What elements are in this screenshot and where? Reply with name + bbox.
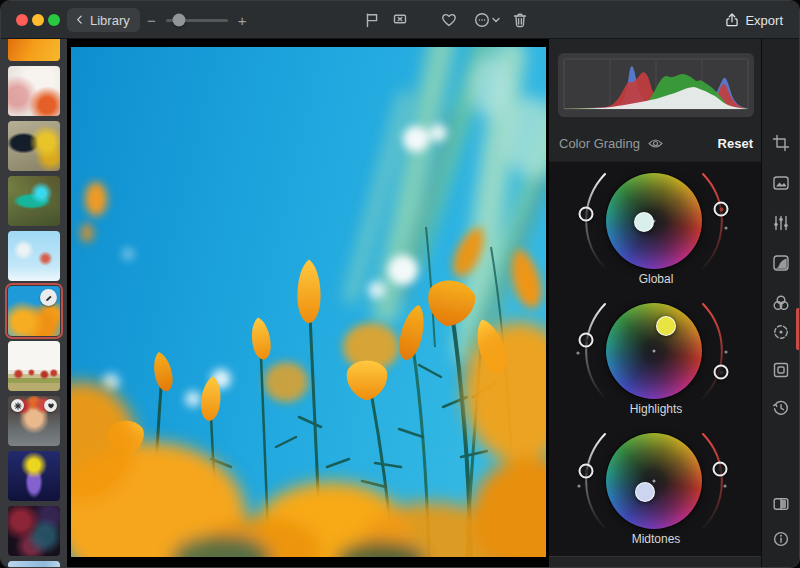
photo-view[interactable]	[71, 47, 546, 557]
midtones-wheel-handle[interactable]	[635, 482, 655, 502]
thumbnail-dark-flowers[interactable]	[8, 506, 60, 556]
thumbnail-poppy-meadow[interactable]	[8, 341, 60, 391]
highlights-right-arc-handle[interactable]	[714, 365, 729, 380]
thumbnail-hummingbird-yellow-flower[interactable]	[8, 121, 60, 171]
info-icon	[772, 530, 790, 548]
vignette-tool-button[interactable]	[768, 357, 794, 383]
thumbnail-green-hummingbird[interactable]	[8, 176, 60, 226]
favorite-button[interactable]	[440, 11, 458, 29]
global-wheel-handle[interactable]	[634, 212, 654, 232]
square-in-square-icon	[772, 361, 790, 379]
minimize-window-button[interactable]	[32, 14, 44, 26]
title-bar: Library − + Export	[1, 1, 799, 39]
thumbnail-list	[8, 39, 60, 567]
thumbnail-orange-abstract[interactable]	[8, 39, 60, 61]
delete-button[interactable]	[511, 11, 529, 29]
color-grading-header: Color Grading Reset	[549, 131, 763, 155]
overlapping-circles-icon	[772, 294, 790, 312]
edited-badge	[40, 289, 57, 306]
share-icon	[724, 12, 740, 28]
reject-flag-button[interactable]	[391, 11, 409, 29]
crop-tool-button[interactable]	[768, 130, 794, 156]
global-right-arc-handle[interactable]	[714, 202, 729, 217]
chevron-down-icon	[491, 15, 501, 25]
trash-icon	[511, 11, 529, 29]
eye-icon	[648, 138, 663, 149]
heart-small-icon	[47, 402, 55, 410]
export-label: Export	[745, 13, 783, 28]
back-button-label: Library	[90, 13, 130, 28]
zoom-in-button[interactable]: +	[238, 12, 247, 29]
flag-icon	[363, 11, 381, 29]
zoom-slider-knob[interactable]	[173, 14, 186, 27]
thumbnail-boy-flower-crown[interactable]	[8, 396, 60, 446]
midtones-left-arc-handle[interactable]	[579, 464, 594, 479]
color-mix-tool-button[interactable]	[768, 290, 794, 316]
wheel-center-dot	[653, 350, 656, 353]
curves-tool-button[interactable]	[768, 250, 794, 276]
thumbnail-architecture-partial[interactable]	[8, 561, 60, 567]
curves-icon	[772, 254, 790, 272]
history-clock-icon	[772, 399, 790, 417]
visibility-toggle[interactable]	[648, 138, 663, 149]
photo-tool-button[interactable]	[768, 170, 794, 196]
thumbnail-petals-droplet[interactable]	[8, 66, 60, 116]
flag-button[interactable]	[363, 11, 381, 29]
expand-window-button[interactable]	[48, 14, 60, 26]
color-grading-title: Color Grading	[559, 136, 640, 151]
wheel-label: Highlights	[549, 402, 763, 416]
global-left-arc-handle[interactable]	[579, 207, 594, 222]
thumbnail-jellyfish[interactable]	[8, 451, 60, 501]
compare-split-icon	[772, 495, 790, 513]
photo-icon	[772, 174, 790, 192]
sliders-icon	[772, 214, 790, 232]
chevron-left-icon	[73, 13, 87, 27]
color-wheel-group-highlights: Highlights	[549, 294, 763, 424]
thumbnail-hot-air-balloons[interactable]	[8, 231, 60, 281]
favorite-badge	[44, 399, 57, 412]
color-balance-icon	[772, 323, 790, 341]
midtones-right-arc-handle[interactable]	[713, 462, 728, 477]
info-button[interactable]	[768, 526, 794, 552]
histogram-plot	[558, 53, 754, 117]
color-wheels-section: Global Highlights	[549, 161, 763, 557]
adjustments-tool-button[interactable]	[768, 210, 794, 236]
close-window-button[interactable]	[16, 14, 28, 26]
compare-tool-button[interactable]	[768, 491, 794, 517]
effects-badge	[11, 399, 24, 412]
editor-canvas	[67, 39, 549, 567]
poppies-photo	[71, 47, 546, 557]
active-tool-indicator	[796, 308, 799, 350]
crop-icon	[772, 134, 790, 152]
zoom-control: − +	[147, 1, 247, 39]
pencil-icon	[44, 293, 54, 303]
color-balance-tool-button[interactable]	[768, 319, 794, 345]
thumbnail-sidebar	[1, 39, 67, 567]
app-window: Library − + Export	[0, 0, 800, 568]
highlights-wheel-handle[interactable]	[656, 316, 676, 336]
ellipsis-circle-icon	[473, 11, 491, 29]
more-options-button[interactable]	[473, 11, 491, 29]
zoom-out-button[interactable]: −	[147, 12, 156, 29]
wheel-center-dot	[653, 480, 656, 483]
wheel-label: Midtones	[549, 532, 763, 546]
reject-flag-icon	[391, 11, 409, 29]
export-button[interactable]: Export	[724, 9, 783, 31]
wheel-label: Global	[549, 272, 763, 286]
tool-strip	[761, 39, 799, 567]
more-options-chevron[interactable]	[491, 11, 501, 29]
history-tool-button[interactable]	[768, 395, 794, 421]
zoom-slider[interactable]	[166, 19, 228, 22]
histogram	[558, 53, 754, 117]
adjustments-panel: Color Grading Reset Global	[549, 39, 763, 567]
color-wheel-group-global: Global	[549, 164, 763, 294]
reset-button[interactable]: Reset	[718, 136, 753, 151]
color-wheel-group-midtones: Midtones	[549, 424, 763, 554]
heart-icon	[440, 11, 458, 29]
flower-icon	[14, 402, 22, 410]
highlights-left-arc-handle[interactable]	[579, 333, 594, 348]
thumbnail-orange-poppies-selected[interactable]	[8, 286, 60, 336]
back-to-library-button[interactable]: Library	[67, 8, 140, 32]
